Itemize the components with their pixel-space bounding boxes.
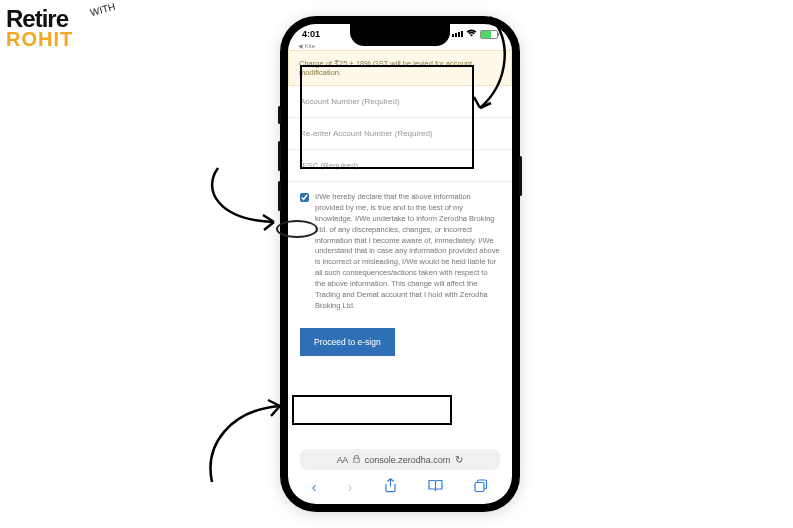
back-icon[interactable]: ‹ xyxy=(312,479,317,495)
logo-extra: WITH xyxy=(89,1,117,18)
lock-icon xyxy=(353,455,360,465)
forward-icon: › xyxy=(348,479,353,495)
declaration-block[interactable]: I/We hereby declare that the above infor… xyxy=(288,182,512,322)
field-group: Account Number (Required) Re-enter Accou… xyxy=(288,86,512,182)
reload-icon[interactable]: ↻ xyxy=(455,454,463,465)
logo-bottom: ROHIT xyxy=(6,30,73,48)
svg-rect-1 xyxy=(475,482,484,491)
reenter-account-number-field[interactable]: Re-enter Account Number (Required) xyxy=(288,118,512,150)
notch xyxy=(350,24,450,46)
proceed-esign-button[interactable]: Proceed to e-sign xyxy=(300,328,395,356)
declaration-checkbox[interactable] xyxy=(300,193,309,202)
url-box[interactable]: AA console.zerodha.com ↻ xyxy=(300,449,500,470)
account-number-field[interactable]: Account Number (Required) xyxy=(288,86,512,118)
url-text: console.zerodha.com xyxy=(365,455,451,465)
aa-button[interactable]: AA xyxy=(337,455,348,465)
volume-down-button xyxy=(278,181,281,211)
lock-button xyxy=(519,156,522,196)
charge-banner: Charge of ₹25 + 18% GST will be levied f… xyxy=(288,50,512,86)
safari-toolbar: ‹ › xyxy=(288,472,512,504)
ifsc-field[interactable]: IFSC (Required) xyxy=(288,150,512,182)
status-time: 4:01 xyxy=(302,29,320,39)
book-icon[interactable] xyxy=(428,479,443,495)
mute-switch xyxy=(278,106,281,124)
phone-frame: 4:01 ◀ Kite Charge of ₹25 + 18% GST will… xyxy=(280,16,520,512)
battery-icon xyxy=(480,30,498,39)
phone-screen: 4:01 ◀ Kite Charge of ₹25 + 18% GST will… xyxy=(288,24,512,504)
cell-signal-icon xyxy=(452,31,463,37)
retire-with-rohit-logo: Retire ROHIT xyxy=(6,8,73,48)
tabs-icon[interactable] xyxy=(474,479,488,496)
volume-up-button xyxy=(278,141,281,171)
declaration-text: I/We hereby declare that the above infor… xyxy=(315,192,500,312)
page-content: Charge of ₹25 + 18% GST will be levied f… xyxy=(288,50,512,445)
logo-top: Retire xyxy=(6,8,73,30)
share-icon[interactable] xyxy=(384,478,397,496)
wifi-icon xyxy=(466,29,477,39)
safari-address-bar[interactable]: AA console.zerodha.com ↻ xyxy=(288,445,512,472)
